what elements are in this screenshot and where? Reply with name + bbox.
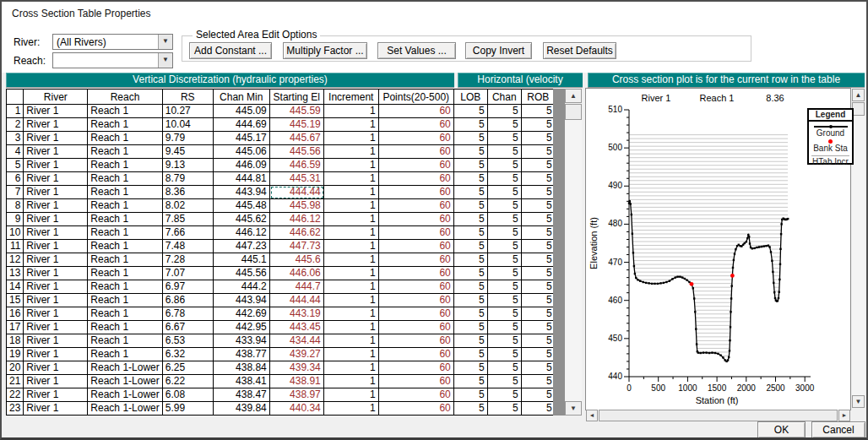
cell-rs[interactable]: 8.79 bbox=[163, 172, 214, 186]
row-number[interactable]: 21 bbox=[7, 375, 24, 388]
cell-chanmin[interactable]: 445.06 bbox=[214, 145, 270, 159]
cell-chanmin[interactable]: 438.47 bbox=[214, 388, 270, 402]
cell-chan[interactable]: 5 bbox=[488, 280, 522, 294]
cell-lob[interactable]: 5 bbox=[454, 186, 488, 199]
cell-chan[interactable]: 5 bbox=[488, 105, 522, 118]
cell-increment[interactable]: 1 bbox=[324, 402, 379, 416]
cell-chanmin[interactable]: 438.77 bbox=[214, 348, 270, 361]
cell-reach[interactable]: Reach 1 bbox=[88, 294, 162, 307]
cell-rs[interactable]: 6.67 bbox=[163, 321, 214, 334]
cell-lob[interactable]: 5 bbox=[454, 172, 488, 186]
cell-points[interactable]: 60 bbox=[379, 321, 454, 334]
cell-river[interactable]: River 1 bbox=[24, 307, 88, 321]
cell-chanmin[interactable]: 445.1 bbox=[214, 253, 270, 267]
cell-reach[interactable]: Reach 1 bbox=[88, 321, 162, 334]
row-number[interactable]: 3 bbox=[7, 132, 24, 145]
cell-chanmin[interactable]: 444.81 bbox=[214, 172, 270, 186]
scrollbar-up-icon[interactable]: ▲ bbox=[565, 89, 582, 103]
cell-river[interactable]: River 1 bbox=[24, 375, 88, 388]
cell-chan[interactable]: 5 bbox=[488, 334, 522, 348]
cell-river[interactable]: River 1 bbox=[24, 172, 88, 186]
cell-river[interactable]: River 1 bbox=[24, 226, 88, 240]
cell-startel[interactable]: 443.19 bbox=[270, 307, 324, 321]
cell-chanmin[interactable]: 439.84 bbox=[214, 402, 270, 416]
cell-chan[interactable]: 5 bbox=[488, 375, 522, 388]
cell-river[interactable]: River 1 bbox=[24, 118, 88, 132]
cell-points[interactable]: 60 bbox=[379, 186, 454, 199]
cell-reach[interactable]: Reach 1 bbox=[88, 280, 162, 294]
cell-reach[interactable]: Reach 1 bbox=[88, 145, 162, 159]
cell-points[interactable]: 60 bbox=[379, 159, 454, 172]
scrollbar-right-icon[interactable]: ► bbox=[838, 410, 850, 421]
cell-rob[interactable]: 5 bbox=[522, 213, 556, 226]
cell-rob[interactable]: 5 bbox=[522, 145, 556, 159]
cell-points[interactable]: 60 bbox=[379, 240, 454, 253]
cell-increment[interactable]: 1 bbox=[324, 307, 379, 321]
row-number[interactable]: 23 bbox=[7, 402, 24, 416]
cell-chan[interactable]: 5 bbox=[488, 361, 522, 375]
ok-button[interactable]: OK bbox=[757, 421, 806, 438]
cell-rob[interactable]: 5 bbox=[522, 321, 556, 334]
cell-startel[interactable]: 439.27 bbox=[270, 348, 324, 361]
cell-river[interactable]: River 1 bbox=[24, 240, 88, 253]
cell-chan[interactable]: 5 bbox=[488, 213, 522, 226]
cell-chan[interactable]: 5 bbox=[488, 388, 522, 402]
cell-startel[interactable]: 443.45 bbox=[270, 321, 324, 334]
row-number[interactable]: 11 bbox=[7, 240, 24, 253]
row-number[interactable]: 5 bbox=[7, 159, 24, 172]
row-number[interactable]: 6 bbox=[7, 172, 24, 186]
cell-increment[interactable]: 1 bbox=[324, 105, 379, 118]
cell-startel[interactable]: 445.31 bbox=[270, 172, 324, 186]
cell-startel[interactable]: 438.97 bbox=[270, 388, 324, 402]
cell-points[interactable]: 60 bbox=[379, 280, 454, 294]
cell-river[interactable]: River 1 bbox=[24, 348, 88, 361]
cell-points[interactable]: 60 bbox=[379, 267, 454, 280]
cell-increment[interactable]: 1 bbox=[324, 118, 379, 132]
cell-chanmin[interactable]: 433.94 bbox=[214, 334, 270, 348]
cell-chan[interactable]: 5 bbox=[488, 226, 522, 240]
cell-lob[interactable]: 5 bbox=[454, 159, 488, 172]
cell-chan[interactable]: 5 bbox=[488, 307, 522, 321]
cell-chan[interactable]: 5 bbox=[488, 402, 522, 416]
cell-increment[interactable]: 1 bbox=[324, 172, 379, 186]
cell-points[interactable]: 60 bbox=[379, 199, 454, 213]
cell-points[interactable]: 60 bbox=[379, 253, 454, 267]
row-number[interactable]: 7 bbox=[7, 186, 24, 199]
cell-chanmin[interactable]: 447.23 bbox=[214, 240, 270, 253]
cell-reach[interactable]: Reach 1 bbox=[88, 307, 162, 321]
cell-increment[interactable]: 1 bbox=[324, 240, 379, 253]
cell-rob[interactable]: 5 bbox=[522, 348, 556, 361]
cell-river[interactable]: River 1 bbox=[24, 213, 88, 226]
cell-points[interactable]: 60 bbox=[379, 213, 454, 226]
cell-increment[interactable]: 1 bbox=[324, 361, 379, 375]
cell-chan[interactable]: 5 bbox=[488, 294, 522, 307]
add-constant-button[interactable]: Add Constant ... bbox=[189, 42, 272, 59]
cell-rob[interactable]: 5 bbox=[522, 226, 556, 240]
cell-startel[interactable]: 439.34 bbox=[270, 361, 324, 375]
cell-points[interactable]: 60 bbox=[379, 145, 454, 159]
cell-chanmin[interactable]: 445.09 bbox=[214, 105, 270, 118]
cell-rob[interactable]: 5 bbox=[522, 118, 556, 132]
cell-increment[interactable]: 1 bbox=[324, 267, 379, 280]
cell-river[interactable]: River 1 bbox=[24, 253, 88, 267]
cell-chanmin[interactable]: 438.84 bbox=[214, 361, 270, 375]
cell-reach[interactable]: Reach 1-Lower bbox=[88, 388, 162, 402]
row-number[interactable]: 22 bbox=[7, 388, 24, 402]
cell-rs[interactable]: 9.79 bbox=[163, 132, 214, 145]
cell-startel[interactable]: 434.44 bbox=[270, 334, 324, 348]
cell-rs[interactable]: 7.07 bbox=[163, 267, 214, 280]
cell-chan[interactable]: 5 bbox=[488, 348, 522, 361]
multiply-factor-button[interactable]: Multiply Factor ... bbox=[283, 42, 367, 59]
cell-chanmin[interactable]: 445.48 bbox=[214, 199, 270, 213]
cell-chan[interactable]: 5 bbox=[488, 145, 522, 159]
cell-rob[interactable]: 5 bbox=[522, 402, 556, 416]
cancel-button[interactable]: Cancel bbox=[811, 421, 865, 438]
cell-rob[interactable]: 5 bbox=[522, 307, 556, 321]
cell-lob[interactable]: 5 bbox=[454, 213, 488, 226]
cell-increment[interactable]: 1 bbox=[324, 199, 379, 213]
reach-combo[interactable]: ▼ bbox=[52, 52, 173, 68]
cell-lob[interactable]: 5 bbox=[454, 348, 488, 361]
cell-startel[interactable]: 446.62 bbox=[270, 226, 324, 240]
cell-increment[interactable]: 1 bbox=[324, 348, 379, 361]
cell-rs[interactable]: 8.02 bbox=[163, 199, 214, 213]
